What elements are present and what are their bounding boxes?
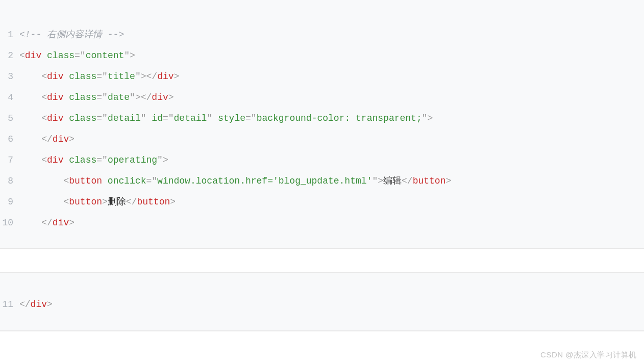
line-number: 5 [0,108,19,129]
code-content: <div class="title"></div> [19,66,644,87]
line-number: 1 [0,24,19,45]
code-line: 1<!-- 右侧内容详情 --> [0,24,644,45]
code-line: 5 <div class="detail" id="detail" style=… [0,108,644,129]
line-number: 2 [0,45,19,66]
code-line: 9 <button>删除</button> [0,192,644,213]
code-content: <!-- 右侧内容详情 --> [19,24,644,45]
code-content: <div class="operating"> [19,150,644,171]
line-number: 9 [0,192,19,213]
code-content: </div> [19,129,644,150]
line-number: 8 [0,171,19,192]
code-line: 6 </div> [0,129,644,150]
code-block-1: 1<!-- 右侧内容详情 -->2<div class="content">3 … [0,0,644,249]
code-content: </div> [19,213,644,234]
code-content: <div class="content"> [19,45,644,66]
code-content: <div class="date"></div> [19,87,644,108]
code-line: 2<div class="content"> [0,45,644,66]
code-line: 3 <div class="title"></div> [0,66,644,87]
code-content: <button>删除</button> [19,192,644,213]
line-number: 6 [0,129,19,150]
line-number: 10 [0,213,19,234]
line-number: 11 [0,294,19,315]
code-line: 8 <button onclick="window.location.href=… [0,171,644,192]
code-content: </div> [19,294,644,315]
line-number: 3 [0,66,19,87]
code-line: 11</div> [0,294,644,315]
code-content: <div class="detail" id="detail" style="b… [19,108,644,129]
code-line: 7 <div class="operating"> [0,150,644,171]
line-number: 4 [0,87,19,108]
code-content: <button onclick="window.location.href='b… [19,171,644,192]
line-number: 7 [0,150,19,171]
code-line: 4 <div class="date"></div> [0,87,644,108]
code-block-2: 11</div> [0,272,644,331]
code-line: 10 </div> [0,213,644,234]
